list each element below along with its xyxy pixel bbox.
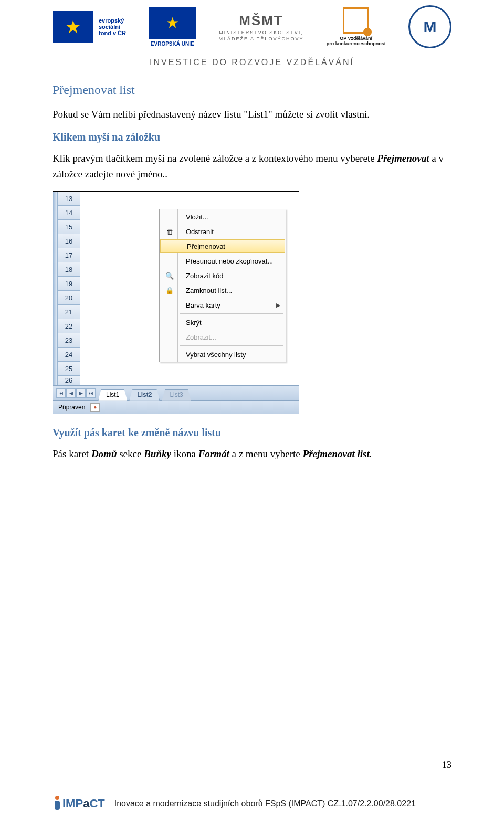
- menu-insert[interactable]: Vložit...: [160, 209, 286, 224]
- row-header[interactable]: 26: [57, 376, 80, 385]
- para-1: Pokud se Vám nelíbí přednastavený název …: [52, 107, 452, 122]
- excel-left-edge: [53, 192, 57, 385]
- msmt-logo-block: MŠMT MINISTERSTVO ŠKOLSTVÍ, MLÁDEŽE A TĚ…: [219, 13, 304, 41]
- page-footer: IMPaCT Inovace a modernizace studijních …: [52, 796, 452, 812]
- row-header[interactable]: 14: [57, 206, 80, 220]
- sheet-tabs-bar: ⏮ ◀ ▶ ⏭ List1 List2 List3: [53, 385, 299, 400]
- row-header[interactable]: 25: [57, 362, 80, 376]
- p3-e: ikona: [171, 448, 198, 459]
- header-logo-strip: ★ evropský sociální fond v ČR ★ EVROPSKÁ…: [52, 0, 452, 48]
- menu-move-copy[interactable]: Přesunout nebo zkopírovat...: [160, 254, 286, 268]
- page-number: 13: [442, 760, 452, 771]
- status-text: Připraven: [58, 404, 85, 411]
- status-bar: Připraven ●: [53, 400, 299, 414]
- sheet-tab-list2[interactable]: List2: [129, 389, 160, 401]
- menu-select-all-sheets[interactable]: Vybrat všechny listy: [160, 347, 286, 362]
- macro-record-icon[interactable]: ●: [90, 403, 100, 412]
- menu-delete[interactable]: 🗑 Odstranit: [160, 224, 286, 239]
- opvk-square-icon: [343, 7, 369, 34]
- submenu-arrow-icon: ▶: [276, 302, 280, 309]
- subsection-heading-2: Využít pás karet ke změně názvu listu: [52, 427, 452, 439]
- p3-b: Domů: [91, 448, 117, 459]
- msmt-line2: MLÁDEŽE A TĚLOVÝCHOVY: [219, 36, 304, 41]
- excel-screenshot: 13 14 15 16 17 18 19 20 21 22 23 24 25 2…: [52, 191, 299, 414]
- opvk-line1: OP Vzdělávání: [327, 36, 386, 41]
- subsection-heading-1: Klikem myší na záložku: [52, 131, 452, 143]
- esf-line1: evropský: [99, 17, 126, 24]
- eu-logo: ★ EVROPSKÁ UNIE: [149, 7, 196, 47]
- menu-view-code[interactable]: 🔍 Zobrazit kód: [160, 268, 286, 283]
- menu-tab-color[interactable]: Barva karty ▶: [160, 298, 286, 312]
- row-header[interactable]: 16: [57, 234, 80, 248]
- esf-flag-icon: ★: [52, 11, 93, 43]
- row-header[interactable]: 21: [57, 305, 80, 319]
- muni-seal: M: [408, 5, 452, 48]
- p3-f: Formát: [198, 448, 229, 459]
- row-header[interactable]: 19: [57, 277, 80, 291]
- para-2-pre: Klik pravým tlačítkem myši na zvolené zá…: [52, 153, 377, 164]
- sheet-tab-list1[interactable]: List1: [98, 389, 127, 401]
- tab-nav-first[interactable]: ⏮: [56, 388, 66, 398]
- menu-separator: [180, 345, 284, 346]
- esf-line2: sociální: [99, 24, 126, 30]
- msmt-logo-text: MŠMT: [239, 13, 284, 29]
- row-header[interactable]: 22: [57, 319, 80, 333]
- section-heading: Přejmenovat list: [52, 83, 452, 97]
- row-header[interactable]: 17: [57, 248, 80, 262]
- row-header[interactable]: 13: [57, 192, 80, 206]
- opvk-logo: OP Vzdělávání pro konkurenceschopnost: [327, 7, 386, 46]
- row-header[interactable]: 18: [57, 262, 80, 277]
- p3-c: sekce: [117, 448, 144, 459]
- menu-lock-sheet[interactable]: 🔒 Zamknout list...: [160, 283, 286, 298]
- p3-d: Buňky: [144, 448, 171, 459]
- excel-row-headers: 13 14 15 16 17 18 19 20 21 22 23 24 25 2…: [57, 192, 80, 385]
- row-header[interactable]: 23: [57, 333, 80, 348]
- esf-logo: ★ evropský sociální fond v ČR: [52, 11, 126, 43]
- para-3: Pás karet Domů sekce Buňky ikona Formát …: [52, 446, 452, 461]
- eu-flag-icon: ★: [149, 7, 196, 39]
- para-2: Klik pravým tlačítkem myši na zvolené zá…: [52, 151, 452, 182]
- tab-nav-last[interactable]: ⏭: [86, 388, 96, 398]
- menu-hide[interactable]: Skrýt: [160, 315, 286, 330]
- sheet-tab-list3[interactable]: List3: [162, 389, 191, 401]
- p3-g: a z menu vyberte: [229, 448, 303, 459]
- context-menu: Vložit... 🗑 Odstranit Přejmenovat Přesun…: [159, 209, 286, 362]
- p3-a: Pás karet: [52, 448, 91, 459]
- menu-rename[interactable]: Přejmenovat: [160, 239, 285, 253]
- msmt-line1: MINISTERSTVO ŠKOLSTVÍ,: [219, 30, 303, 35]
- menu-separator: [180, 313, 284, 314]
- row-header[interactable]: 24: [57, 348, 80, 362]
- tab-nav-prev[interactable]: ◀: [66, 388, 76, 398]
- impact-logo-text: IMPaCT: [62, 797, 105, 811]
- muni-seal-icon: M: [408, 5, 452, 48]
- menu-show: Zobrazit...: [160, 330, 286, 344]
- impact-figure-icon: [52, 796, 61, 812]
- opvk-line2: pro konkurenceschopnost: [327, 41, 386, 46]
- tab-nav-next[interactable]: ▶: [76, 388, 86, 398]
- row-header[interactable]: 20: [57, 291, 80, 305]
- row-header[interactable]: 15: [57, 220, 80, 234]
- eu-label: EVROPSKÁ UNIE: [151, 41, 194, 47]
- esf-line3: fond v ČR: [99, 30, 126, 36]
- p3-h: Přejmenovat list.: [303, 448, 372, 459]
- footer-text: Inovace a modernizace studijních oborů F…: [114, 799, 416, 808]
- para-2-emphasis: Přejmenovat: [377, 153, 429, 164]
- investice-tagline: INVESTICE DO ROZVOJE VZDĚLÁVÁNÍ: [52, 58, 452, 67]
